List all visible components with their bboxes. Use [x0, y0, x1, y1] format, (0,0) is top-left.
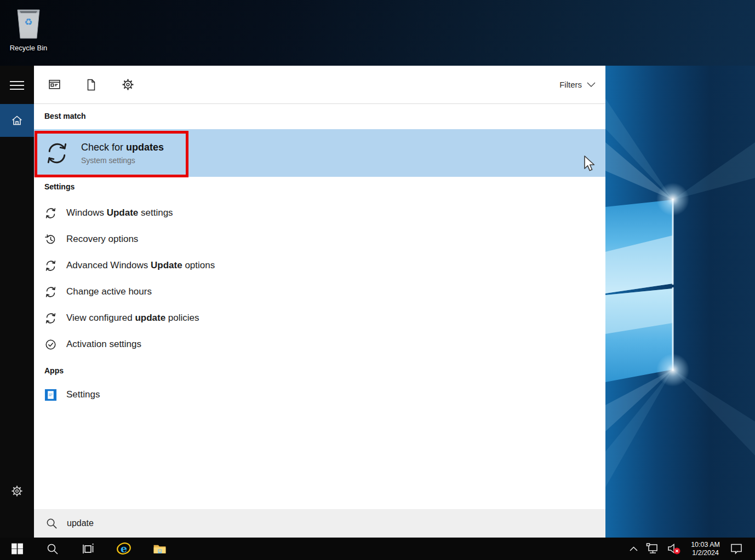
result-label: Settings: [66, 389, 100, 400]
result-change-active-hours[interactable]: Change active hours: [34, 279, 605, 305]
result-settings-app[interactable]: Settings: [34, 382, 605, 408]
action-center-button[interactable]: [730, 542, 743, 555]
sidebar-settings-button[interactable]: [0, 479, 34, 503]
sidebar-home-button[interactable]: [0, 104, 34, 137]
settings-section-header: Settings: [44, 182, 75, 191]
settings-results-list: Windows Update settings Recovery options…: [34, 200, 605, 357]
result-label: View configured update policies: [66, 313, 199, 324]
search-icon: [45, 517, 58, 530]
sync-icon: [44, 207, 57, 220]
sync-icon: [44, 259, 57, 272]
start-button[interactable]: [4, 538, 30, 560]
history-icon: [44, 233, 57, 246]
chevron-down-icon: [587, 82, 596, 88]
result-activation-settings[interactable]: Activation settings: [34, 331, 605, 357]
sync-icon: [44, 141, 70, 166]
clock-date: 1/2/2024: [691, 549, 720, 557]
internet-explorer-button[interactable]: e: [111, 538, 136, 560]
best-match-result-check-for-updates[interactable]: Check for updates System settings: [34, 129, 605, 177]
result-label: Change active hours: [66, 286, 152, 297]
taskbar-clock[interactable]: 10:03 AM 1/2/2024: [691, 541, 720, 557]
file-explorer-icon: [152, 541, 167, 556]
svg-text:e: e: [121, 542, 127, 555]
recycle-symbol: ♻: [24, 17, 32, 27]
filters-dropdown[interactable]: Filters: [559, 80, 596, 89]
apps-results-list: Settings: [34, 382, 605, 408]
search-box[interactable]: [34, 509, 605, 538]
best-match-title: Check for updates: [81, 142, 164, 153]
action-center-icon: [730, 542, 743, 555]
sync-icon: [44, 286, 57, 298]
result-label: Advanced Windows Update options: [66, 260, 215, 271]
windows-logo-icon: [10, 542, 24, 556]
network-icon: [645, 542, 659, 555]
system-tray: 10:03 AM 1/2/2024: [630, 541, 755, 557]
home-icon: [10, 114, 24, 127]
task-view-icon: [82, 542, 95, 556]
hamburger-menu-button[interactable]: [0, 73, 34, 97]
apps-filter-button[interactable]: [47, 78, 61, 92]
show-hidden-icons-button[interactable]: [630, 546, 638, 551]
gear-icon: [10, 484, 24, 498]
result-view-configured-update-policies[interactable]: View configured update policies: [34, 305, 605, 331]
sync-icon: [44, 312, 57, 325]
task-view-button[interactable]: [76, 538, 101, 560]
document-icon: [84, 78, 98, 91]
taskbar-search-button[interactable]: [40, 538, 65, 560]
result-recovery-options[interactable]: Recovery options: [34, 226, 605, 252]
volume-button[interactable]: [667, 542, 681, 555]
taskbar: e: [0, 538, 755, 560]
settings-app-icon: [44, 389, 57, 401]
hamburger-icon: [10, 81, 24, 90]
recycle-bin-shortcut[interactable]: ♻ Recycle Bin: [5, 4, 52, 52]
best-match-subtitle: System settings: [81, 156, 164, 165]
documents-filter-button[interactable]: [84, 78, 98, 92]
recycle-bin-label: Recycle Bin: [5, 44, 52, 52]
apps-section-header: Apps: [44, 366, 64, 375]
settings-filter-button[interactable]: [121, 78, 135, 92]
windows-hero-wallpaper-logo: [605, 66, 755, 538]
result-windows-update-settings[interactable]: Windows Update settings: [34, 200, 605, 226]
network-status-button[interactable]: [645, 542, 659, 555]
gear-icon: [121, 78, 135, 91]
result-label: Recovery options: [66, 234, 138, 245]
filters-label: Filters: [559, 80, 582, 89]
clock-time: 10:03 AM: [691, 541, 720, 549]
apps-icon: [48, 78, 61, 91]
search-icon: [46, 542, 59, 556]
result-label: Windows Update settings: [66, 207, 173, 218]
volume-muted-icon: [667, 542, 681, 555]
chevron-up-icon: [630, 546, 638, 551]
search-results-panel: Filters Best match Check for updates Sys…: [34, 66, 605, 538]
windows-desktop: ♻ Recycle Bin: [0, 0, 755, 560]
search-panel-topbar: Filters: [34, 66, 605, 104]
internet-explorer-icon: e: [116, 541, 131, 557]
check-circle-icon: [44, 338, 57, 351]
start-menu-sidebar: [0, 66, 34, 538]
best-match-header: Best match: [44, 112, 85, 120]
file-explorer-button[interactable]: [147, 538, 172, 560]
search-input[interactable]: [67, 518, 505, 528]
result-advanced-windows-update-options[interactable]: Advanced Windows Update options: [34, 252, 605, 279]
result-label: Activation settings: [66, 339, 141, 350]
recycle-bin-icon: ♻: [13, 4, 44, 41]
